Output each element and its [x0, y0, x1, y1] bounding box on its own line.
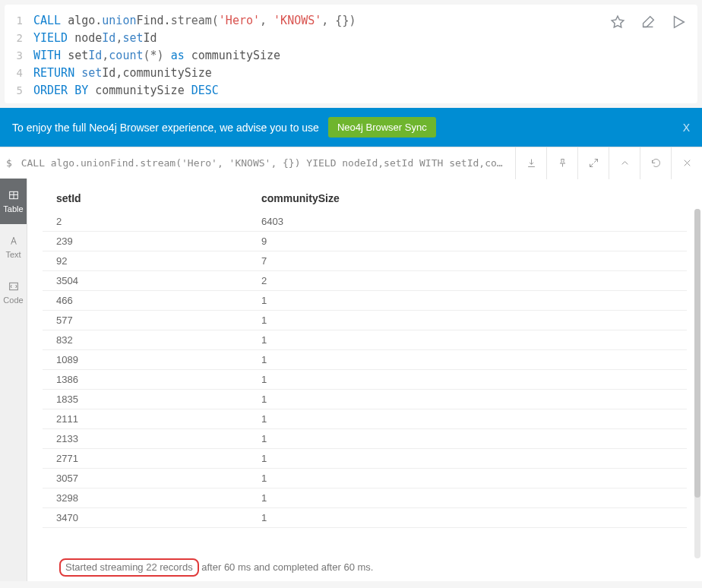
code-line: 4RETURN setId,communitySize	[11, 65, 609, 82]
table-row[interactable]: 34701	[43, 508, 687, 528]
table-cell: 1	[255, 291, 687, 311]
executed-query[interactable]: $ CALL algo.unionFind.stream('Hero', 'KN…	[0, 157, 515, 169]
rerun-icon[interactable]	[640, 147, 671, 179]
table-cell: 1835	[43, 390, 255, 409]
table-cell: 1	[255, 429, 687, 449]
table-cell: 1	[255, 508, 687, 528]
code-content[interactable]: RETURN setId,communitySize	[33, 65, 212, 82]
column-header[interactable]: communitySize	[255, 185, 687, 212]
collapse-up-icon[interactable]	[609, 147, 640, 179]
status-highlight: Started streaming 22 records	[59, 558, 199, 577]
table-cell: 1	[255, 311, 687, 330]
table-cell: 7	[255, 251, 687, 271]
browser-sync-button[interactable]: Neo4j Browser Sync	[328, 117, 436, 138]
erase-icon[interactable]	[640, 14, 656, 33]
table-cell: 1	[255, 330, 687, 350]
table-cell: 1	[255, 370, 687, 390]
code-line: 1CALL algo.unionFind.stream('Hero', 'KNO…	[11, 12, 609, 30]
tab-code-label: Code	[3, 296, 23, 305]
table-cell: 239	[43, 232, 255, 251]
table-cell: 3470	[43, 508, 255, 528]
table-row[interactable]: 8321	[43, 330, 687, 350]
table-cell: 2133	[43, 429, 255, 449]
tab-text[interactable]: Text	[0, 224, 27, 270]
line-number: 5	[11, 82, 33, 100]
table-cell: 6403	[255, 212, 687, 232]
banner-text: To enjoy the full Neo4j Browser experien…	[12, 122, 319, 134]
scrollbar-thumb[interactable]	[694, 209, 700, 498]
table-cell: 3504	[43, 271, 255, 291]
line-number: 3	[11, 47, 33, 65]
code-line: 2YIELD nodeId,setId	[11, 30, 609, 47]
table-cell: 466	[43, 291, 255, 311]
tab-table-label: Table	[3, 204, 23, 213]
table-row[interactable]: 35042	[43, 271, 687, 291]
expand-icon[interactable]	[577, 147, 609, 179]
table-cell: 1089	[43, 350, 255, 370]
table-row[interactable]: 18351	[43, 390, 687, 409]
table-cell: 3057	[43, 469, 255, 488]
code-content[interactable]: YIELD nodeId,setId	[33, 30, 157, 47]
table-row[interactable]: 32981	[43, 488, 687, 508]
table-row[interactable]: 4661	[43, 291, 687, 311]
table-row[interactable]: 5771	[43, 311, 687, 330]
code-line: 3WITH setId,count(*) as communitySize	[11, 47, 609, 65]
table-cell: 1	[255, 469, 687, 488]
editor-actions	[609, 12, 691, 33]
scrollbar[interactable]	[694, 209, 700, 558]
table-cell: 577	[43, 311, 255, 330]
query-editor[interactable]: 1CALL algo.unionFind.stream('Hero', 'KNO…	[11, 12, 609, 100]
table-cell: 2111	[43, 409, 255, 429]
tab-table[interactable]: Table	[0, 179, 27, 224]
table-row[interactable]: 30571	[43, 469, 687, 488]
line-number: 4	[11, 65, 33, 82]
code-content[interactable]: WITH setId,count(*) as communitySize	[33, 47, 280, 65]
result-table: setIdcommunitySize 264032399927350424661…	[43, 185, 687, 528]
table-row[interactable]: 13861	[43, 370, 687, 390]
query-text: CALL algo.unionFind.stream('Hero', 'KNOW…	[21, 157, 503, 169]
download-icon[interactable]	[515, 147, 546, 179]
tab-text-label: Text	[5, 250, 21, 259]
result-header: $ CALL algo.unionFind.stream('Hero', 'KN…	[0, 147, 702, 179]
table-row[interactable]: 10891	[43, 350, 687, 370]
table-cell: 3298	[43, 488, 255, 508]
sync-banner: To enjoy the full Neo4j Browser experien…	[0, 108, 702, 147]
table-cell: 92	[43, 251, 255, 271]
table-row[interactable]: 2399	[43, 232, 687, 251]
query-editor-panel: 1CALL algo.unionFind.stream('Hero', 'KNO…	[5, 5, 697, 103]
table-cell: 1	[255, 409, 687, 429]
prompt-symbol: $	[6, 157, 12, 169]
tab-code[interactable]: Code	[0, 270, 27, 315]
close-icon[interactable]	[671, 147, 702, 179]
line-number: 1	[11, 12, 33, 30]
table-cell: 1386	[43, 370, 255, 390]
table-cell: 2771	[43, 449, 255, 469]
table-row[interactable]: 927	[43, 251, 687, 271]
table-cell: 2	[43, 212, 255, 232]
status-line: Started streaming 22 records after 60 ms…	[59, 558, 373, 577]
table-cell: 832	[43, 330, 255, 350]
code-content[interactable]: ORDER BY communitySize DESC	[33, 82, 219, 100]
table-row[interactable]: 26403	[43, 212, 687, 232]
favorite-icon[interactable]	[609, 14, 626, 33]
pin-icon[interactable]	[546, 147, 577, 179]
result-body: Table Text Code setIdcommunitySize 26403…	[0, 179, 702, 581]
table-cell: 1	[255, 350, 687, 370]
view-tabs: Table Text Code	[0, 179, 27, 581]
play-icon[interactable]	[670, 14, 687, 33]
code-content[interactable]: CALL algo.unionFind.stream('Hero', 'KNOW…	[33, 12, 356, 30]
result-table-wrap: setIdcommunitySize 264032399927350424661…	[27, 179, 702, 581]
code-line: 5ORDER BY communitySize DESC	[11, 82, 609, 100]
table-cell: 1	[255, 390, 687, 409]
banner-close-button[interactable]: X	[683, 122, 690, 134]
table-cell: 2	[255, 271, 687, 291]
table-cell: 9	[255, 232, 687, 251]
result-actions	[515, 147, 702, 179]
status-rest: after 60 ms and completed after 60 ms.	[199, 561, 374, 573]
table-row[interactable]: 21111	[43, 409, 687, 429]
table-row[interactable]: 21331	[43, 429, 687, 449]
column-header[interactable]: setId	[43, 185, 255, 212]
table-cell: 1	[255, 449, 687, 469]
table-row[interactable]: 27711	[43, 449, 687, 469]
table-cell: 1	[255, 488, 687, 508]
